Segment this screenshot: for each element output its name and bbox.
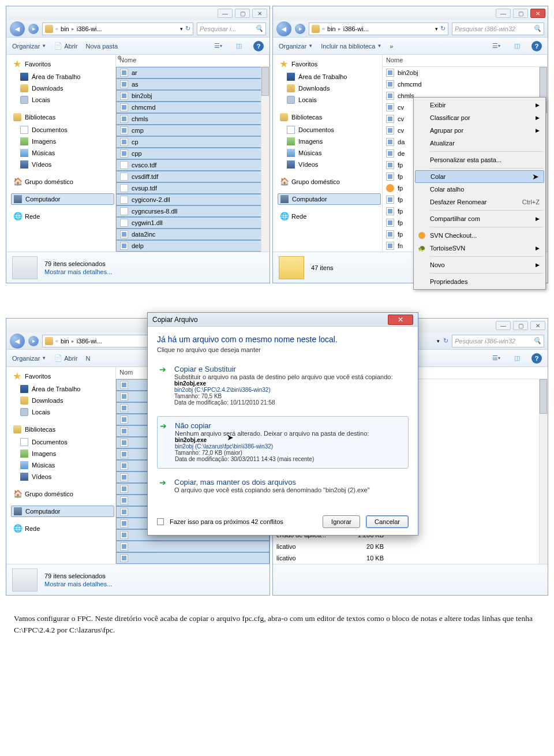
file-row[interactable]: data2inc [116,229,269,240]
sidebar-documents[interactable]: Documentos [285,124,381,136]
ctx-classificar[interactable]: Classificar por▶ [415,111,544,124]
minimize-button[interactable]: — [218,9,233,18]
sidebar-libraries[interactable]: Bibliotecas [278,111,381,123]
cancel-button[interactable]: Cancelar [366,515,409,528]
file-row[interactable]: chmcmd [383,78,548,90]
organize-menu[interactable]: Organizar ▼ [279,43,313,50]
ctx-novo[interactable]: Novo▶ [415,259,544,271]
ctx-compartilhar[interactable]: Compartilhar com▶ [415,212,544,225]
scrollbar[interactable] [261,67,269,252]
ctx-tortoise[interactable]: 🐢TortoiseSVN▶ [415,242,544,255]
breadcrumb-l1[interactable]: bin [61,25,69,32]
sidebar-documents[interactable]: Documentos [18,124,114,136]
file-row[interactable]: bin2obj [116,90,269,102]
dialog-close-button[interactable]: ✕ [388,315,413,325]
ctx-exibir[interactable]: Exibir▶ [415,99,544,111]
nav-fwd-button[interactable]: ▸ [295,24,305,34]
sidebar-computer[interactable]: Computador [278,193,381,205]
file-row[interactable]: cvsup.tdf [116,182,269,194]
ctx-colar[interactable]: Colar➤ [415,170,544,183]
view-menu[interactable]: ☰▾ [212,41,224,51]
ctx-colar-atalho[interactable]: Colar atalho [415,183,544,196]
file-row[interactable]: cpp [116,148,269,159]
sidebar-desktop[interactable]: Área de Trabalho [285,71,381,83]
option-copy-replace[interactable]: ➔ Copiar e Substituir Substituir o arqui… [157,360,409,411]
maximize-button[interactable]: ▢ [235,9,250,18]
file-row[interactable]: cygncurses-8.dll [116,205,269,217]
search-icon: 🔍 [255,25,263,32]
sidebar-favorites[interactable]: Favoritos [11,58,114,70]
sidebar-computer[interactable]: Computador [11,193,114,205]
sidebar-videos[interactable]: Vídeos [285,159,381,170]
file-row[interactable]: cmp [116,125,269,136]
open-button[interactable]: 📄 Abrir [54,42,77,50]
help-icon[interactable]: ? [253,41,264,51]
file-row[interactable]: cygwin1.dll [116,217,269,229]
ctx-personalizar[interactable]: Personalizar esta pasta... [415,154,544,166]
preview-pane-button[interactable]: ◫ [511,41,523,51]
search-input[interactable]: Pesquisar i386-win32 🔍 [452,23,544,35]
file-row[interactable]: chmcmd [116,102,269,113]
option-keep-both[interactable]: ➔ Copiar, mas manter os dois arquivos O … [157,473,409,499]
preview-pane-button[interactable]: ◫ [233,41,245,51]
nav-fwd-button[interactable]: ▸ [28,24,39,34]
ctx-atualizar[interactable]: Atualizar [415,137,544,149]
view-menu[interactable]: ☰▾ [490,41,503,51]
file-row[interactable]: chmls [116,113,269,125]
sidebar-music[interactable]: Músicas [285,147,381,159]
sidebar-favorites[interactable]: Favoritos [278,58,381,70]
sidebar-videos[interactable]: Vídeos [18,159,114,170]
file-row[interactable]: cygiconv-2.dll [116,194,269,205]
ctx-desfazer[interactable]: Desfazer RenomearCtrl+Z [415,196,544,208]
ctx-propriedades[interactable]: Propriedades [415,275,544,288]
list-header[interactable]: Nome [116,55,269,67]
maximize-button[interactable]: ▢ [513,9,528,18]
sidebar-downloads[interactable]: Downloads [285,83,381,94]
file-row[interactable]: licativo20 KB [273,541,548,552]
file-icon [386,242,394,250]
sidebar-images[interactable]: Imagens [18,136,114,147]
ctx-svn-checkout[interactable]: SVN Checkout... [415,229,544,242]
file-row[interactable]: ar [116,67,269,78]
desktop-icon [20,73,28,81]
sidebar-libraries[interactable]: Bibliotecas [11,111,114,123]
breadcrumb-sep: « [55,26,58,32]
sidebar-homegroup[interactable]: 🏠Grupo doméstico [11,176,114,188]
sidebar-recent[interactable]: Locais [285,94,381,106]
ctx-agrupar[interactable]: Agrupar por▶ [415,124,544,137]
breadcrumb[interactable]: « bin▸ i386-wi... ▾ ↻ [309,23,448,35]
breadcrumb-l2[interactable]: i386-wi... [77,25,102,32]
file-row[interactable]: as [116,78,269,90]
minimize-button[interactable]: — [496,9,511,18]
file-row[interactable]: cvsco.tdf [116,159,269,171]
organize-menu[interactable]: Organizar ▼ [12,43,46,50]
show-details-link[interactable]: Mostrar mais detalhes... [44,268,112,275]
file-row[interactable]: delp [116,240,269,252]
file-row[interactable]: licativo10 KB [273,552,548,564]
new-folder-button[interactable]: Nova pasta [85,43,118,50]
help-icon[interactable]: ? [531,41,542,51]
sidebar-images[interactable]: Imagens [285,136,381,147]
apply-all-checkbox[interactable] [157,518,164,525]
sidebar-network[interactable]: 🌐Rede [278,211,381,222]
sidebar-desktop[interactable]: Área de Trabalho [18,71,114,83]
nav-back-button[interactable]: ◄ [10,21,25,36]
file-row[interactable]: bin2obj [383,67,548,78]
breadcrumb[interactable]: « bin ▸ i386-wi... ▾ ↻ [42,23,193,35]
nav-back-button[interactable]: ◄ [276,21,291,36]
file-row[interactable]: cp [116,136,269,148]
file-row[interactable]: cvsdiff.tdf [116,171,269,182]
sidebar-network[interactable]: 🌐Rede [11,211,114,222]
toolbar-overflow[interactable]: » [390,43,393,50]
sidebar-homegroup[interactable]: 🏠Grupo doméstico [278,176,381,188]
include-library-menu[interactable]: Incluir na biblioteca ▼ [321,43,381,50]
close-button[interactable]: ✕ [530,9,545,18]
sidebar-downloads[interactable]: Downloads [18,83,114,94]
sidebar-music[interactable]: Músicas [18,147,114,159]
col-nome[interactable]: Nome [116,55,269,66]
ignore-button[interactable]: Ignorar [323,515,360,528]
option-no-copy[interactable]: ➔ Não copiar Nenhum arquivo será alterad… [157,416,409,469]
sidebar-recent[interactable]: Locais [18,94,114,106]
close-button[interactable]: ✕ [252,9,267,18]
search-input[interactable]: Pesquisar i... 🔍 [197,23,266,35]
